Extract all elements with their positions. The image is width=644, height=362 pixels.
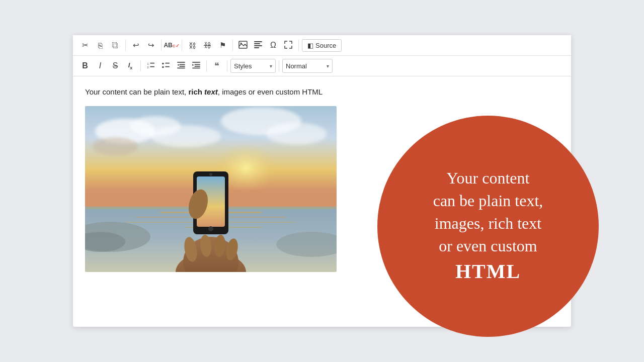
- svg-rect-13: [165, 66, 170, 67]
- separator8: [227, 60, 227, 71]
- speech-bubble-text: Your content can be plain text, images, …: [418, 152, 558, 300]
- unlink-icon: ⛓: [204, 41, 211, 49]
- separator4: [232, 40, 233, 51]
- align-button[interactable]: [251, 38, 265, 52]
- svg-rect-19: [195, 64, 200, 65]
- svg-rect-5: [254, 47, 259, 48]
- svg-rect-8: [150, 62, 154, 63]
- undo-button[interactable]: ↩: [129, 38, 143, 52]
- indent-button[interactable]: [174, 59, 188, 73]
- unordered-list-button[interactable]: [159, 59, 173, 73]
- anchor-icon: ⚑: [219, 41, 226, 50]
- svg-point-11: [162, 66, 164, 68]
- copy-button[interactable]: ⎘: [93, 38, 107, 52]
- separator7: [206, 60, 207, 71]
- styles-arrow: ▾: [270, 63, 272, 69]
- clear-format-button[interactable]: Ix: [123, 59, 137, 73]
- svg-rect-12: [165, 62, 170, 63]
- spellcheck-button[interactable]: ABC✓: [165, 38, 179, 52]
- clear-format-icon: Ix: [128, 61, 133, 70]
- svg-point-48: [208, 226, 213, 231]
- image-button[interactable]: [236, 38, 250, 52]
- text-after: , images or even custom HTML: [218, 87, 323, 96]
- svg-rect-2: [254, 41, 262, 42]
- svg-point-26: [150, 125, 221, 147]
- separator6: [140, 60, 141, 71]
- svg-point-10: [162, 62, 164, 64]
- indent-icon: [177, 62, 185, 70]
- editor-image: [85, 106, 337, 272]
- redo-button[interactable]: ↪: [144, 38, 158, 52]
- svg-rect-3: [254, 43, 260, 44]
- svg-rect-15: [180, 64, 185, 65]
- format-arrow: ▾: [327, 63, 329, 69]
- link-icon: ⛓: [189, 41, 196, 50]
- svg-rect-18: [192, 62, 200, 63]
- svg-text:2.: 2.: [147, 65, 149, 69]
- svg-rect-21: [192, 67, 200, 68]
- editor-text-paragraph: Your content can be plain text, rich tex…: [85, 86, 559, 98]
- bubble-line5: HTML: [455, 260, 521, 283]
- toolbar-row1: ✂ ⎘ ⿻ ↩ ↪ ABC✓ ⛓ ⛓ ⚑: [73, 35, 571, 56]
- svg-rect-14: [177, 62, 185, 63]
- redo-icon: ↪: [148, 41, 154, 50]
- format-label: Normal: [286, 62, 307, 70]
- blockquote-button[interactable]: ❝: [210, 59, 224, 73]
- source-file-icon: ◧: [307, 42, 313, 49]
- styles-dropdown[interactable]: Styles ▾: [230, 59, 276, 73]
- italic-button[interactable]: I: [93, 59, 107, 73]
- text-before-bold: Your content can be plain text,: [85, 87, 188, 96]
- outdent-icon: [192, 62, 200, 70]
- spellcheck-icon: ABC✓: [164, 42, 179, 49]
- text-bold-italic: text: [202, 87, 218, 96]
- cut-icon: ✂: [82, 41, 89, 50]
- strike-label: S: [113, 61, 118, 70]
- toolbar-row2: B I S Ix 1. 2.: [73, 56, 571, 76]
- styles-label: Styles: [234, 62, 252, 70]
- outdent-button[interactable]: [189, 59, 203, 73]
- expand-button[interactable]: [281, 38, 295, 52]
- link-button[interactable]: ⛓: [185, 38, 199, 52]
- paste-button[interactable]: ⿻: [108, 38, 122, 52]
- blockquote-icon: ❝: [214, 60, 219, 71]
- svg-rect-9: [150, 66, 154, 67]
- align-icon: [254, 41, 262, 50]
- speech-bubble: Your content can be plain text, images, …: [377, 116, 599, 337]
- anchor-button[interactable]: ⚑: [215, 38, 229, 52]
- separator9: [279, 60, 279, 71]
- editor-container: ✂ ⎘ ⿻ ↩ ↪ ABC✓ ⛓ ⛓ ⚑: [73, 35, 571, 327]
- separator5: [298, 40, 299, 51]
- bubble-line4: or even custom: [439, 237, 537, 255]
- unlink-button[interactable]: ⛓: [200, 38, 214, 52]
- separator1: [125, 40, 126, 51]
- svg-rect-16: [180, 65, 185, 66]
- bold-button[interactable]: B: [78, 59, 92, 73]
- ordered-list-button[interactable]: 1. 2.: [144, 59, 158, 73]
- paste-icon: ⿻: [112, 42, 119, 49]
- svg-point-28: [266, 123, 327, 145]
- svg-point-49: [209, 173, 212, 176]
- undo-icon: ↩: [133, 41, 139, 50]
- svg-rect-17: [177, 67, 185, 68]
- svg-rect-20: [195, 65, 200, 66]
- svg-point-29: [93, 137, 138, 155]
- ordered-list-icon: 1. 2.: [147, 62, 155, 70]
- unordered-list-icon: [162, 62, 170, 70]
- bubble-line2: can be plain text,: [433, 192, 543, 210]
- svg-text:1.: 1.: [147, 62, 149, 65]
- strikethrough-button[interactable]: S: [108, 59, 122, 73]
- cut-button[interactable]: ✂: [78, 38, 92, 52]
- format-dropdown[interactable]: Normal ▾: [282, 59, 333, 73]
- bubble-line1: Your content: [447, 169, 530, 187]
- source-button[interactable]: ◧ Source: [302, 39, 342, 52]
- text-bold: rich: [188, 87, 202, 96]
- bubble-line3: images, rich text: [435, 214, 541, 232]
- copy-icon: ⎘: [98, 41, 103, 50]
- source-label: Source: [315, 42, 336, 49]
- svg-rect-4: [254, 45, 262, 46]
- separator3: [182, 40, 182, 51]
- omega-icon: Ω: [270, 41, 276, 50]
- italic-label: I: [99, 61, 101, 70]
- omega-button[interactable]: Ω: [266, 38, 280, 52]
- image-icon: [238, 41, 248, 50]
